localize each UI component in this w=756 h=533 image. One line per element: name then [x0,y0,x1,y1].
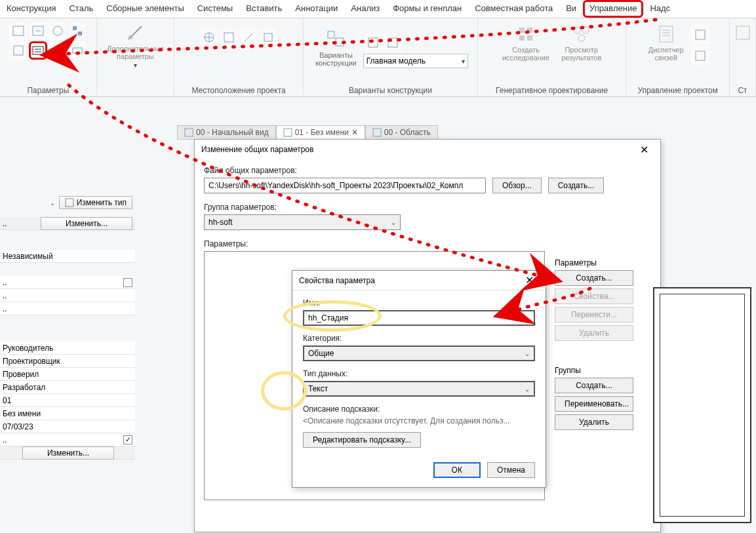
group-delete-button[interactable]: Удалить [555,414,633,430]
close-icon[interactable]: ✕ [351,128,358,137]
svg-point-2 [53,26,62,35]
tab-annotacii[interactable]: Аннотации [288,0,344,18]
groups-button-group: Группы Создать... Переименовать... Удали… [555,366,633,433]
create-file-button[interactable]: Создать... [548,178,605,193]
view-results-button[interactable]: Просмотр результатов [559,22,604,63]
view-tab-1-label: 00 - Начальный вид [196,128,269,137]
prop-row-noname: Без имени [0,407,135,420]
tab-nads-cut[interactable]: Надс [643,0,677,18]
chevron-down-icon: ▾ [462,58,465,65]
link-manager-button[interactable]: Диспетчер связей [646,22,686,66]
svg-rect-26 [696,51,705,60]
tab-konstrukciya[interactable]: Конструкция [0,0,62,18]
tab-vid-cut[interactable]: Ви [559,0,583,18]
main-model-dropdown[interactable]: Главная модель ▾ [363,54,468,68]
param-icon-2[interactable] [29,22,47,40]
category-select[interactable]: Общие ⌄ [303,345,535,361]
additional-params-button[interactable]: Дополнительные параметры ▾ [104,21,167,70]
close-icon[interactable]: ✕ [520,271,539,289]
param-props-button[interactable]: Свойства... [555,288,633,304]
name-input[interactable] [303,310,535,326]
chevron-down-icon: ⌄ [391,219,396,226]
param-move-button[interactable]: Перенести... [555,307,633,323]
st-button[interactable] [730,21,756,45]
tab-upravlenie[interactable]: Управление [583,0,643,18]
chevron-down-icon: ▾ [134,62,137,69]
param-icon-3[interactable] [49,22,67,40]
svg-rect-18 [527,28,532,33]
tab-sbornye[interactable]: Сборные элементы [100,0,190,18]
edit-type-button[interactable]: Изменить тип [59,196,132,209]
edit-type-label: Изменить тип [77,198,127,207]
svg-rect-17 [519,28,525,33]
shared-params-button[interactable] [29,41,47,60]
edit-hint-button[interactable]: Редактировать подсказку... [303,432,421,448]
view-tab-3[interactable]: 00 - Область [365,125,438,140]
checkbox-empty[interactable] [123,278,132,287]
svg-rect-14 [336,38,344,46]
svg-rect-27 [736,26,749,39]
svg-rect-8 [73,48,82,53]
group-create-button[interactable]: Создать... [555,378,633,393]
proj-icon-1[interactable] [691,26,709,44]
tab-stal[interactable]: Сталь [62,0,100,18]
tab-analiz[interactable]: Анализ [344,0,386,18]
ok-button[interactable]: ОК [433,462,481,478]
sheet-icon [184,128,193,137]
browse-button[interactable]: Обзор... [492,178,542,193]
param-icon-8[interactable] [68,41,87,60]
param-icon-4[interactable] [68,22,87,40]
loc-icon-1[interactable] [200,28,218,47]
tab-vstavit[interactable]: Вставить [239,0,288,18]
tab-sistemy[interactable]: Системы [191,0,239,18]
tab-sovmestnaya[interactable]: Совместная работа [468,0,559,18]
param-icon-1[interactable] [9,22,28,40]
variants-label: Варианты конструкции [315,51,357,67]
ribbon-panel: Параметры Дополнительные параметры ▾ Мес… [0,18,756,97]
edit-button-2[interactable]: Изменить... [22,446,114,460]
file-path-input[interactable] [204,178,486,193]
svg-rect-12 [264,33,272,41]
group-select[interactable]: hh-soft ⌄ [204,214,401,230]
param-icon-7[interactable] [49,41,67,60]
cancel-button[interactable]: Отмена [487,462,535,478]
param-icon-5[interactable] [9,41,28,60]
prop-row-blank2: .. [0,302,135,315]
prop-row-rukovoditel: Руководитель [0,342,135,355]
view-tab-3-label: 00 - Область [384,128,431,137]
chevron-down-icon[interactable]: ⌄ [50,199,55,207]
dialog2-title: Свойства параметра [299,276,375,285]
svg-rect-20 [527,35,532,41]
svg-rect-31 [66,199,73,207]
datatype-select[interactable]: Текст ⌄ [303,381,535,397]
create-study-button[interactable]: Создать исследование [500,22,552,63]
loc-icon-2[interactable] [220,28,238,47]
loc-icon-3[interactable] [239,28,258,47]
loc-icon-4[interactable] [259,28,277,47]
svg-rect-6 [33,47,43,54]
file-label: Файл общих параметров: [204,166,651,175]
var-icon-1[interactable] [364,33,382,52]
svg-rect-25 [696,30,705,39]
sheet-icon [283,128,292,137]
prop-row-edit: .. Изменить... [0,217,135,230]
variants-button[interactable]: Варианты конструкции [313,28,359,68]
svg-point-21 [574,27,580,33]
proj-icon-2[interactable] [691,47,709,65]
view-tab-1[interactable]: 00 - Начальный вид [177,125,276,140]
var-icon-2[interactable] [384,33,402,52]
prop-row-check: .. [0,276,135,289]
close-icon[interactable]: ✕ [635,141,654,159]
tab-formy[interactable]: Формы и генплан [386,0,468,18]
ribbon-tabs: Конструкция Сталь Сборные элементы Систе… [0,0,756,18]
view-tab-2[interactable]: 01 - Без имени ✕ [276,125,365,140]
prop-row-proektir: Проектировщик [0,355,135,368]
chevron-down-icon: ⌄ [525,350,530,357]
edit-button[interactable]: Изменить... [41,217,132,230]
param-delete-button[interactable]: Удалить [555,325,633,341]
group-value: hh-soft [209,218,233,227]
panel-label-st: Ст [730,86,755,95]
checkbox-checked[interactable]: ✓ [123,435,132,444]
param-create-button[interactable]: Создать... [555,270,633,286]
group-rename-button[interactable]: Переименовать... [555,396,633,412]
